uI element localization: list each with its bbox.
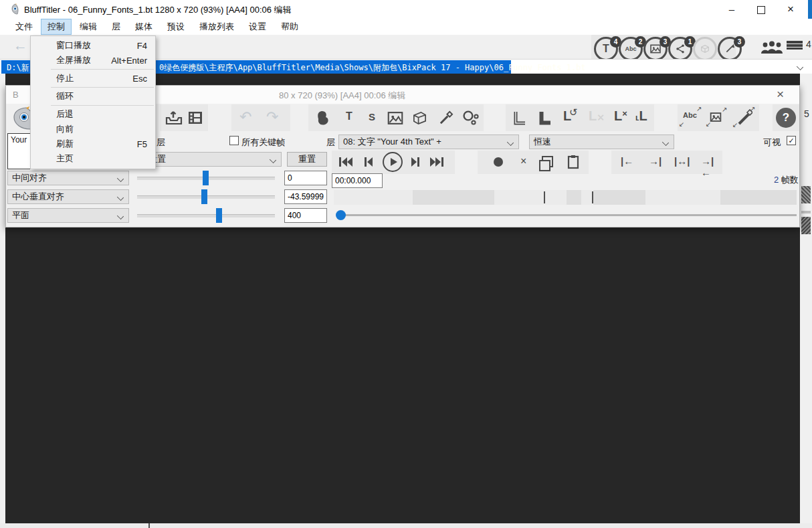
background-window-sliver <box>808 0 812 20</box>
time-scrubber-track[interactable] <box>338 214 797 216</box>
layer-attach-icon[interactable]: ʟL <box>635 108 647 124</box>
layer-type-group: T S <box>308 104 484 131</box>
keyframe-marker[interactable] <box>592 191 593 203</box>
x-value-input[interactable] <box>284 171 327 185</box>
menu-item-shortcut: F4 <box>137 41 147 51</box>
menu-item-fullscreen-play[interactable]: 全屏播放 Alt+Enter <box>31 53 155 68</box>
menu-item-label: 循环 <box>56 90 74 102</box>
menu-help[interactable]: 帮助 <box>275 19 304 34</box>
menu-control[interactable]: 控制 <box>41 19 71 34</box>
close-button[interactable]: × <box>776 0 805 19</box>
layer-reset-rotation-icon[interactable]: L ↺ <box>563 108 571 124</box>
copy-icon[interactable] <box>542 156 553 167</box>
back-arrow-icon[interactable]: ← <box>13 37 27 54</box>
picture-layer-icon[interactable] <box>387 112 403 124</box>
add-picture-layer-button[interactable]: 3 <box>643 37 668 61</box>
align-vertical-select[interactable]: 中心垂直对齐 <box>7 189 129 204</box>
menu-item-refresh[interactable]: 刷新 F5 <box>31 137 155 151</box>
menu-item-label: 窗口播放 <box>56 39 91 52</box>
add-sketch-layer-button[interactable]: 3 <box>718 37 742 61</box>
timeline-segment <box>720 190 797 205</box>
add-paragraph-layer-button[interactable]: Abc 2 <box>619 37 643 61</box>
record-key-icon[interactable] <box>494 157 503 167</box>
menu-item-window-play[interactable]: 窗口播放 F4 <box>31 38 155 53</box>
export-show-icon[interactable] <box>165 110 183 126</box>
layer-create-group: T 4 Abc 2 3 1 <box>591 35 736 59</box>
menu-file[interactable]: 文件 <box>9 19 39 34</box>
next-key-icon[interactable] <box>411 157 420 167</box>
speed-select[interactable]: 恒速 <box>529 135 674 149</box>
plane-select[interactable]: 平面 <box>7 208 129 223</box>
text-layer-icon[interactable]: T <box>346 110 352 122</box>
cube-layer-icon[interactable] <box>412 110 427 126</box>
menu-layer[interactable]: 层 <box>106 19 126 34</box>
align-horizontal-select[interactable]: 中间对齐 <box>7 171 129 185</box>
camera-icon[interactable] <box>316 110 331 127</box>
bar <box>787 44 803 46</box>
bar <box>787 41 803 43</box>
edge-thumbnail[interactable] <box>801 186 811 203</box>
go-to-end-icon[interactable] <box>429 157 444 167</box>
edge-thumbnail[interactable] <box>801 217 811 234</box>
subtitle-layer-icon[interactable]: S <box>369 111 375 122</box>
layer-outline-icon[interactable] <box>514 110 527 125</box>
menu-item-label: 后退 <box>56 108 74 120</box>
menu-playlist[interactable]: 播放列表 <box>193 19 240 34</box>
menu-media[interactable]: 媒体 <box>129 19 159 34</box>
path-dropdown-chevron-icon[interactable] <box>797 64 803 70</box>
y-value-input[interactable] <box>284 189 327 204</box>
export-video-icon[interactable] <box>188 110 203 125</box>
hamburger-menu-icon[interactable] <box>787 40 803 54</box>
help-button[interactable]: ? <box>776 108 796 128</box>
keyframe-marker[interactable] <box>544 191 545 203</box>
arrow-ne-icon: ↗ <box>696 105 702 112</box>
particles-layer-icon[interactable] <box>462 110 480 126</box>
menu-separator <box>51 105 154 106</box>
sketch-layer-icon[interactable] <box>438 110 453 126</box>
add-model-layer-button[interactable]: 1 <box>668 37 692 61</box>
menu-item-forward[interactable]: 向前 <box>31 122 155 137</box>
all-keyframes-checkbox[interactable] <box>229 136 239 145</box>
last-key-icon[interactable]: →| <box>649 155 662 167</box>
community-icon[interactable] <box>760 40 784 55</box>
layer-solid-icon[interactable] <box>539 110 552 125</box>
dialog-close-icon[interactable]: × <box>777 87 784 102</box>
z-value-input[interactable] <box>284 208 327 223</box>
z-slider-track[interactable] <box>137 214 275 217</box>
expand-keys-icon[interactable]: |↔| <box>674 155 690 167</box>
bottom-tick <box>148 523 150 528</box>
menu-item-loop[interactable]: 循环 <box>31 89 155 104</box>
menu-edit[interactable]: 编辑 <box>74 19 103 34</box>
compress-keys-icon[interactable]: →|← <box>701 155 722 178</box>
menu-presets[interactable]: 预设 <box>161 19 191 34</box>
menu-item-back[interactable]: 后退 <box>31 107 155 122</box>
first-key-icon[interactable]: |← <box>621 155 633 167</box>
cube-icon <box>700 43 710 54</box>
menu-item-stop[interactable]: 停止 Esc <box>31 71 155 86</box>
reset-button[interactable]: 重置 <box>287 152 327 167</box>
minimize-button[interactable]: – <box>717 0 746 19</box>
y-slider-handle[interactable] <box>201 189 207 204</box>
paste-icon[interactable] <box>567 155 579 169</box>
layer-detach-icon[interactable]: L× <box>614 108 627 124</box>
menu-item-home[interactable]: 主页 <box>31 151 155 166</box>
go-to-start-icon[interactable] <box>338 157 353 167</box>
play-button[interactable] <box>383 152 403 172</box>
z-slider-handle[interactable] <box>216 208 222 223</box>
menu-settings[interactable]: 设置 <box>243 19 272 34</box>
time-scrubber-handle[interactable] <box>336 210 346 220</box>
visible-checkbox[interactable]: ✓ <box>787 136 796 145</box>
stretch-picture-icon[interactable] <box>710 112 722 122</box>
stretch-text-icon[interactable]: Abc <box>683 111 697 119</box>
keyframe-timeline[interactable] <box>334 190 797 205</box>
layer-select[interactable]: 08: 文字 "Your 4th Text" + <box>338 135 519 149</box>
time-input[interactable] <box>332 173 383 188</box>
window-title: BluffTitler - 06_Funny_Fonts_1.bt 1280 x… <box>24 4 292 16</box>
add-text-layer-button[interactable]: T 4 <box>594 37 618 61</box>
previous-key-icon[interactable] <box>364 157 373 167</box>
maximize-button[interactable] <box>746 0 776 19</box>
delete-key-icon[interactable]: × <box>520 155 526 167</box>
x-slider-handle[interactable] <box>203 171 209 185</box>
frames-count: 2 <box>774 175 779 185</box>
menu-item-shortcut: F5 <box>137 139 147 149</box>
